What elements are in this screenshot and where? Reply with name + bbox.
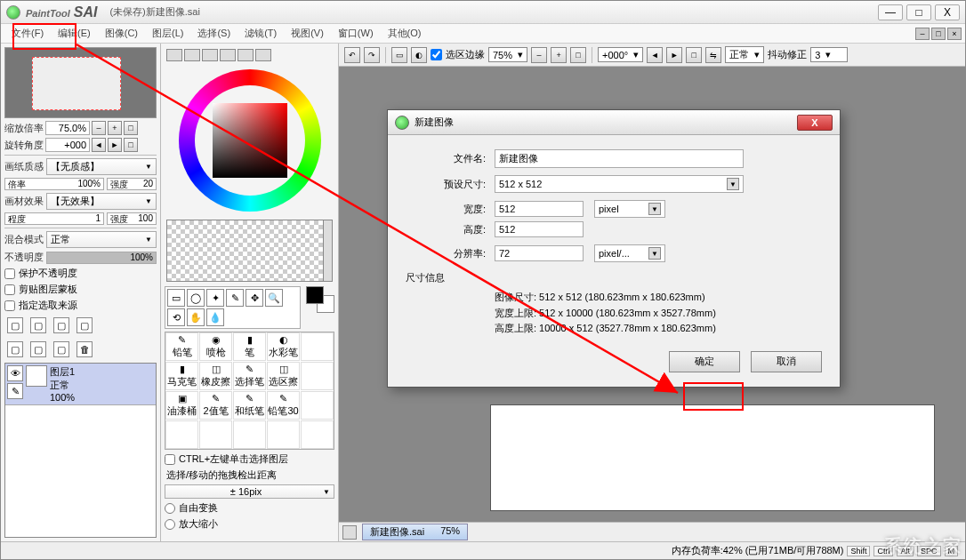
texture-strength-slider[interactable]: 强度20 (107, 178, 157, 190)
redo-button[interactable]: ↷ (364, 47, 380, 63)
texture-scale-slider[interactable]: 倍率100% (4, 178, 104, 190)
height-input[interactable]: 512 (495, 221, 584, 237)
rotate-tool[interactable]: ⟲ (167, 308, 185, 326)
magic-wand-tool[interactable]: ✦ (206, 289, 224, 307)
doc-minimize-button[interactable]: – (915, 28, 930, 40)
canvas[interactable] (490, 404, 935, 511)
menu-edit[interactable]: 编辑(E) (51, 25, 98, 42)
brush-paper[interactable]: ✎和纸笔 (233, 391, 266, 420)
window-close-button[interactable]: X (935, 4, 960, 20)
brush-empty[interactable] (267, 420, 300, 449)
color-wheel[interactable] (179, 69, 321, 212)
brush-empty[interactable] (199, 420, 232, 449)
ok-button[interactable]: 确定 (669, 351, 740, 372)
color-rgb-tab[interactable] (184, 49, 200, 61)
color-scratchpad-tab[interactable] (255, 49, 271, 61)
preset-combo[interactable]: 512 x 512▼ (495, 175, 744, 193)
brush-bucket[interactable]: ▣油漆桶 (165, 391, 198, 420)
resolution-unit-combo[interactable]: pixel/...▼ (594, 244, 665, 262)
drag-threshold-combo[interactable]: ± 16pix▼ (165, 484, 334, 499)
lasso-tool[interactable]: ◯ (187, 289, 205, 307)
sel-edge-checkbox[interactable] (431, 49, 442, 60)
hand-tool[interactable]: ✋ (187, 308, 205, 326)
brush-watercolor[interactable]: ◐水彩笔 (267, 332, 300, 361)
canvas-zoom-combo[interactable]: 75%▾ (488, 47, 527, 62)
resolution-input[interactable]: 72 (495, 245, 584, 261)
rotate-cw-button[interactable]: ► (666, 47, 682, 63)
material-effect-combo[interactable]: 【无效果】▼ (46, 193, 157, 210)
rotate-ccw-button[interactable]: ◄ (92, 138, 106, 152)
menu-window[interactable]: 窗口(W) (331, 25, 381, 42)
rotate-reset-button[interactable]: □ (124, 138, 138, 152)
rotation-value[interactable]: +000 (45, 138, 90, 152)
deselect-button[interactable]: ▭ (391, 47, 407, 63)
color-mixer-tab[interactable] (220, 49, 236, 61)
brush-empty[interactable] (165, 420, 198, 449)
move-tool[interactable]: ✥ (246, 289, 263, 307)
effect-extent-slider[interactable]: 程度1 (4, 212, 104, 225)
zoom-out-button[interactable]: – (531, 47, 547, 63)
color-swatch-tab[interactable] (237, 49, 254, 61)
layer-visibility-icon[interactable]: 👁 (7, 365, 23, 381)
zoom-in-button[interactable]: + (108, 121, 122, 135)
doc-close-button[interactable]: × (947, 28, 962, 40)
dialog-titlebar[interactable]: 新建图像 X (388, 110, 840, 135)
width-input[interactable]: 512 (495, 201, 584, 217)
color-hsv-tab[interactable] (202, 49, 218, 61)
menu-view[interactable]: 视图(V) (284, 25, 331, 42)
brush-eraser[interactable]: ◫橡皮擦 (199, 362, 232, 390)
menu-other[interactable]: 其他(O) (381, 25, 429, 42)
paper-texture-combo[interactable]: 【无质感】▼ (46, 158, 157, 175)
tab-prev-button[interactable] (342, 525, 357, 540)
rotate-reset-button[interactable]: □ (686, 47, 702, 63)
brush-empty[interactable] (301, 420, 334, 449)
window-minimize-button[interactable]: — (878, 4, 903, 20)
opacity-slider[interactable]: 100% (46, 252, 157, 264)
brush-airbrush[interactable]: ◉喷枪 (199, 332, 232, 361)
layer-item[interactable]: 👁 ✎ 图层1 正常 100% (5, 364, 156, 405)
rotate-cw-button[interactable]: ► (108, 138, 122, 152)
canvas-angle-combo[interactable]: +000°▾ (598, 47, 643, 62)
rotate-ccw-button[interactable]: ◄ (647, 47, 663, 63)
effect-strength-slider[interactable]: 强度100 (107, 212, 157, 225)
brush-brush[interactable]: ▮笔 (233, 332, 266, 361)
menu-layer[interactable]: 图层(L) (145, 25, 190, 42)
new-linework-button[interactable]: ▢ (30, 317, 46, 333)
zoom-tool[interactable]: 🔍 (265, 289, 283, 307)
clear-layer-button[interactable]: ▢ (53, 341, 69, 357)
new-layer-button[interactable]: ▢ (7, 317, 23, 333)
fg-color[interactable] (306, 286, 324, 304)
clipping-mask-checkbox[interactable] (4, 284, 15, 295)
document-tab[interactable]: 新建图像.sai 75% (362, 524, 468, 540)
brush-selpen[interactable]: ✎选择笔 (233, 362, 266, 390)
zoom-fit-button[interactable]: □ (570, 47, 586, 63)
eyedropper-tool[interactable]: 💧 (206, 308, 224, 326)
flip-h-button[interactable]: ⇋ (705, 47, 721, 63)
doc-maximize-button[interactable]: □ (931, 28, 946, 40)
brush-seleraser[interactable]: ◫选区擦 (267, 362, 300, 390)
menu-file[interactable]: 文件(F) (4, 25, 51, 42)
transfer-down-button[interactable]: ▢ (76, 317, 93, 333)
menu-image[interactable]: 图像(C) (98, 25, 145, 42)
stabilizer-combo[interactable]: 3▾ (810, 47, 848, 62)
cancel-button[interactable]: 取消 (751, 351, 822, 372)
selection-tool[interactable]: ▭ (167, 289, 185, 307)
window-maximize-button[interactable]: □ (906, 4, 931, 20)
filename-input[interactable]: 新建图像 (495, 149, 744, 168)
brush-empty[interactable] (301, 332, 334, 361)
navigator[interactable] (4, 47, 157, 118)
brush-empty[interactable] (301, 391, 334, 420)
fg-bg-colors[interactable] (306, 286, 334, 313)
delete-layer-button[interactable]: 🗑 (76, 341, 93, 357)
dialog-close-button[interactable]: X (797, 115, 833, 131)
text-tool[interactable]: ✎ (226, 289, 244, 307)
size-unit-combo[interactable]: pixel▼ (594, 200, 665, 218)
blend-mode-combo[interactable]: 正常▼ (46, 231, 157, 248)
zoom-in-button[interactable]: + (551, 47, 567, 63)
ctrl-click-checkbox[interactable] (165, 454, 175, 465)
merge-down-button[interactable]: ▢ (30, 341, 46, 357)
brush-empty[interactable] (301, 362, 334, 390)
navigator-viewport[interactable] (32, 57, 121, 110)
color-wheel-tab[interactable] (166, 49, 182, 61)
zoom-value[interactable]: 75.0% (45, 121, 90, 135)
